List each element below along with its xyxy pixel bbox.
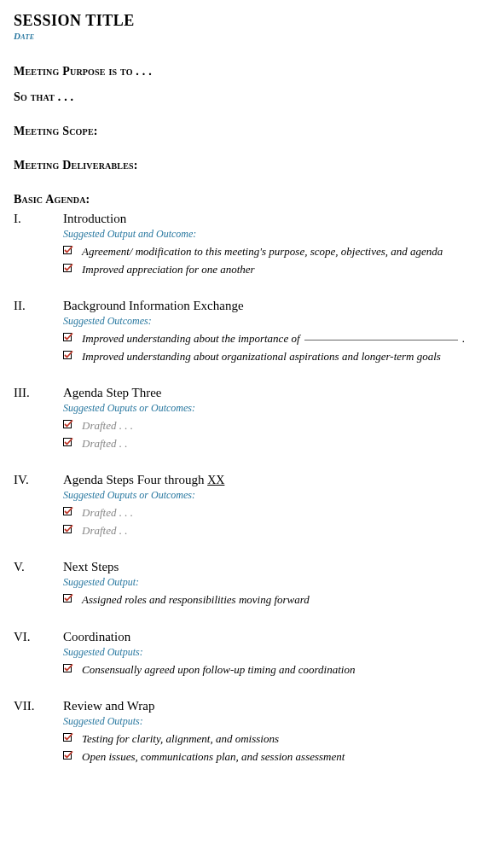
checkbox-icon bbox=[63, 262, 82, 273]
agenda-numeral: IV. bbox=[14, 473, 63, 487]
agenda-numeral: III. bbox=[14, 386, 63, 400]
checkbox-icon bbox=[63, 731, 82, 742]
heading-deliverables: Meeting Deliverables: bbox=[14, 159, 490, 172]
session-title: SESSION TITLE bbox=[14, 12, 490, 30]
agenda-list: I.IntroductionSuggested Output and Outco… bbox=[14, 212, 490, 765]
bullet-line: Improved understanding about the importa… bbox=[63, 331, 490, 346]
heading-agenda: Basic Agenda: bbox=[14, 193, 490, 207]
agenda-numeral: V. bbox=[14, 560, 63, 574]
bullet-text: Drafted . . . bbox=[82, 418, 490, 434]
suggested-label: Suggested Outcomes: bbox=[63, 315, 490, 328]
agenda-item: VI.CoordinationSuggested Outputs:Consens… bbox=[14, 630, 490, 678]
bullet-text: Drafted . . bbox=[82, 523, 490, 538]
checkbox-icon bbox=[63, 349, 82, 360]
agenda-title-placeholder: XX bbox=[207, 474, 224, 486]
agenda-item-title: Introduction bbox=[63, 212, 490, 226]
heading-sothat: So that . . . bbox=[14, 90, 490, 104]
checkbox-icon bbox=[63, 244, 82, 255]
suggested-label: Suggested Output and Outcome: bbox=[63, 228, 490, 241]
checkbox-icon bbox=[63, 749, 82, 760]
agenda-numeral: VII. bbox=[14, 699, 63, 713]
agenda-numeral: II. bbox=[14, 299, 63, 313]
bullet-text: Agreement/ modification to this meeting'… bbox=[82, 244, 490, 259]
suggested-label: Suggested Output: bbox=[63, 576, 490, 589]
agenda-item-title: Agenda Steps Four through XX bbox=[63, 473, 490, 487]
agenda-item-title: Next Steps bbox=[63, 560, 490, 574]
bullet-text: Open issues, communications plan, and se… bbox=[82, 749, 490, 765]
agenda-numeral: VI. bbox=[14, 630, 63, 644]
checkbox-icon bbox=[63, 523, 82, 534]
bullet-line: Testing for clarity, alignment, and omis… bbox=[63, 731, 490, 747]
checkbox-icon bbox=[63, 331, 82, 342]
bullet-text: Improved understanding about the importa… bbox=[82, 331, 490, 346]
bullet-text: Drafted . . . bbox=[82, 505, 490, 521]
checkbox-icon bbox=[63, 418, 82, 429]
agenda-numeral: I. bbox=[14, 212, 63, 226]
bullet-text: Testing for clarity, alignment, and omis… bbox=[82, 731, 490, 747]
bullet-text: Improved understanding about organizatio… bbox=[82, 349, 490, 364]
bullet-line: Improved understanding about organizatio… bbox=[63, 349, 490, 364]
fill-line bbox=[304, 340, 458, 341]
agenda-item-title: Background Information Exchange bbox=[63, 299, 490, 313]
agenda-item: I.IntroductionSuggested Output and Outco… bbox=[14, 212, 490, 276]
bullet-line: Drafted . . . bbox=[63, 505, 490, 521]
agenda-item: III.Agenda Step ThreeSuggested Ouputs or… bbox=[14, 386, 490, 451]
suggested-label: Suggested Ouputs or Outcomes: bbox=[63, 489, 490, 502]
checkbox-icon bbox=[63, 592, 82, 603]
suggested-label: Suggested Outputs: bbox=[63, 646, 490, 659]
bullet-line: Drafted . . bbox=[63, 436, 490, 451]
agenda-item: IV.Agenda Steps Four through XXSuggested… bbox=[14, 473, 490, 538]
checkbox-icon bbox=[63, 505, 82, 516]
bullet-text: Improved appreciation for one another bbox=[82, 262, 490, 277]
agenda-item: V.Next StepsSuggested Output:Assigned ro… bbox=[14, 560, 490, 608]
bullet-line: Assigned roles and responsibilities movi… bbox=[63, 592, 490, 608]
heading-scope: Meeting Scope: bbox=[14, 125, 490, 138]
bullet-line: Open issues, communications plan, and se… bbox=[63, 749, 490, 765]
suggested-label: Suggested Outputs: bbox=[63, 715, 490, 728]
bullet-line: Drafted . . . bbox=[63, 418, 490, 434]
checkbox-icon bbox=[63, 662, 82, 673]
bullet-text: Consensually agreed upon follow-up timin… bbox=[82, 662, 490, 678]
session-date: Date bbox=[14, 31, 490, 41]
bullet-line: Agreement/ modification to this meeting'… bbox=[63, 244, 490, 259]
agenda-item-title: Agenda Step Three bbox=[63, 386, 490, 400]
bullet-line: Consensually agreed upon follow-up timin… bbox=[63, 662, 490, 678]
agenda-item-title: Coordination bbox=[63, 630, 490, 644]
agenda-item: VII.Review and WrapSuggested Outputs:Tes… bbox=[14, 699, 490, 764]
heading-purpose: Meeting Purpose is to . . . bbox=[14, 65, 490, 79]
agenda-item-title: Review and Wrap bbox=[63, 699, 490, 713]
suggested-label: Suggested Ouputs or Outcomes: bbox=[63, 402, 490, 415]
bullet-text: Assigned roles and responsibilities movi… bbox=[82, 592, 490, 608]
checkbox-icon bbox=[63, 436, 82, 447]
bullet-line: Improved appreciation for one another bbox=[63, 262, 490, 277]
bullet-line: Drafted . . bbox=[63, 523, 490, 538]
bullet-text: Drafted . . bbox=[82, 436, 490, 451]
agenda-item: II.Background Information ExchangeSugges… bbox=[14, 299, 490, 364]
